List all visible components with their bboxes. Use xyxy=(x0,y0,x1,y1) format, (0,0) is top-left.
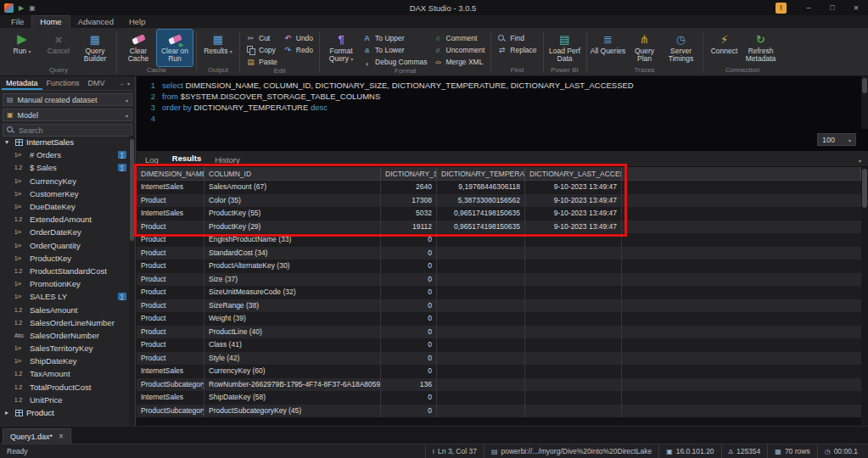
tree-column-productstandardcost[interactable]: 1.2ProductStandardCost xyxy=(0,265,129,277)
table-row[interactable]: ProductProductKey (29)191120,96517419815… xyxy=(137,221,861,234)
collapse-pane-icon[interactable] xyxy=(119,80,126,87)
table-row[interactable]: InternetSalesSalesAmount (67)26409,19768… xyxy=(137,181,861,194)
tree-column-salesterritorykey[interactable]: 1²³SalesTerritoryKey xyxy=(0,342,129,355)
menu-tab-help[interactable]: Help xyxy=(121,16,154,28)
find-button[interactable]: Find xyxy=(495,33,539,43)
results-tab-log[interactable]: Log xyxy=(145,151,159,166)
tree-column-unitprice[interactable]: 1.2UnitPrice xyxy=(0,394,129,406)
tree-column-currencykey[interactable]: 1²³CurrencyKey xyxy=(0,175,129,187)
pane-menu-icon[interactable] xyxy=(126,80,132,87)
all-queries-button[interactable]: All Queries xyxy=(591,30,626,66)
clear-on-run-button[interactable]: Clear on Run xyxy=(157,30,193,66)
table-row[interactable]: ProductClass (41)0 xyxy=(137,338,861,352)
to-lower-button[interactable]: To Lower xyxy=(360,45,429,55)
column-header-dictionary-size[interactable]: DICTIONARY_SIZE xyxy=(381,167,437,180)
redo-button[interactable]: Redo xyxy=(281,45,316,55)
sidebar-tab-metadata[interactable]: Metadata xyxy=(2,76,42,90)
clear-cache-button[interactable]: Clear Cache xyxy=(120,30,156,66)
copy-button[interactable]: Copy xyxy=(244,45,280,55)
query-plan-button[interactable]: Query Plan xyxy=(627,30,663,66)
undo-button[interactable]: Undo xyxy=(281,33,316,43)
tree-table-product[interactable]: ▸Product xyxy=(0,406,129,419)
notification-icon[interactable] xyxy=(776,3,787,14)
sidebar-tab-functions[interactable]: Functions xyxy=(42,76,84,90)
menu-tab-home[interactable]: Home xyxy=(31,15,70,28)
quick-save-icon[interactable] xyxy=(29,3,36,13)
replace-button[interactable]: Replace xyxy=(495,45,539,55)
run-button[interactable]: Run xyxy=(4,30,40,66)
table-row[interactable]: ProductWeight (39)0 xyxy=(137,312,861,326)
dataset-selector[interactable]: Manual created dataset xyxy=(3,93,132,106)
tree-column-salesamount[interactable]: 1.2SalesAmount xyxy=(0,303,129,316)
server-timings-button[interactable]: Server Timings xyxy=(664,30,699,66)
tree-column-totalproductcost[interactable]: 1.2TotalProductCost xyxy=(0,381,129,394)
tree-column-extendedamount[interactable]: 1.2ExtendedAmount xyxy=(0,213,129,226)
table-row[interactable]: InternetSalesCurrencyKey (60)0 xyxy=(137,365,861,378)
table-row[interactable]: InternetSalesProductKey (55)50320,965174… xyxy=(137,207,861,221)
format-query-button[interactable]: Format Query xyxy=(323,30,359,67)
sidebar-tab-dmv[interactable]: DMV xyxy=(84,76,109,90)
table-row[interactable]: ProductSizeRange (38)0 xyxy=(137,299,861,313)
column-header-dimension-name[interactable]: DIMENSION_NAME xyxy=(137,167,204,180)
load-perf-data-button[interactable]: Load Perf Data xyxy=(547,30,583,66)
code-area[interactable]: select DIMENSION_NAME, COLUMN_ID, DICTIO… xyxy=(162,80,851,124)
cancel-button[interactable]: Cancel xyxy=(41,30,76,66)
search-box[interactable] xyxy=(3,124,132,137)
refresh-metadata-button[interactable]: Refresh Metadata xyxy=(743,30,779,66)
query-builder-button[interactable]: Query Builder xyxy=(77,30,113,66)
tree-column-sales[interactable]: 1.2$ Sales xyxy=(0,161,129,174)
maximize-button[interactable] xyxy=(820,0,844,15)
table-row[interactable]: InternetSalesShipDateKey (58)0 xyxy=(137,391,861,405)
menu-tab-advanced[interactable]: Advanced xyxy=(70,16,121,28)
tree-table-internetsales[interactable]: ▾InternetSales xyxy=(0,136,129,148)
table-row[interactable]: ProductProductAlternateKey (30)0 xyxy=(137,260,861,273)
connect-button[interactable]: Connect xyxy=(707,30,742,66)
tree-column-customerkey[interactable]: 1²³CustomerKey xyxy=(0,187,129,200)
editor-scrollbar[interactable] xyxy=(861,76,868,129)
results-scrollbar[interactable] xyxy=(861,167,868,426)
table-row[interactable]: ProductSize (37)0 xyxy=(137,273,861,287)
row-limit-dropdown[interactable]: 100 xyxy=(817,133,856,146)
sidebar-scrollbar[interactable] xyxy=(129,136,135,426)
close-tab-icon[interactable] xyxy=(59,432,64,441)
document-tab-query1[interactable]: Query1.dax* xyxy=(3,428,71,444)
query-editor[interactable]: 1234 select DIMENSION_NAME, COLUMN_ID, D… xyxy=(137,76,868,151)
quick-run-icon[interactable] xyxy=(19,3,24,13)
column-header-dictionary-last-accessed[interactable]: DICTIONARY_LAST_ACCESSED xyxy=(525,167,622,180)
table-row[interactable]: ProductStyle (42)0 xyxy=(137,352,861,366)
model-selector[interactable]: Model xyxy=(3,109,132,121)
close-button[interactable] xyxy=(844,0,868,15)
results-output-button[interactable]: Results xyxy=(200,30,236,66)
table-row[interactable]: ProductProductLine (40)0 xyxy=(137,326,861,339)
paste-button[interactable]: Paste xyxy=(244,57,280,67)
tree-column-productkey[interactable]: 1²³ProductKey xyxy=(0,252,129,265)
tree-column-orders[interactable]: 1²³# Orders xyxy=(0,148,129,161)
table-row[interactable]: ProductColor (35)173085,387330801565629-… xyxy=(137,194,861,208)
menu-tab-file[interactable]: File xyxy=(3,16,31,28)
tree-column-salesorderlinenumber[interactable]: 1.2SalesOrderLineNumber xyxy=(0,316,129,329)
to-upper-button[interactable]: To Upper xyxy=(360,33,429,43)
table-row[interactable]: ProductSizeUnitMeasureCode (32)0 xyxy=(137,286,861,299)
results-grid[interactable]: DIMENSION_NAMECOLUMN_IDDICTIONARY_SIZEDI… xyxy=(137,167,861,426)
uncomment-button[interactable]: Uncomment xyxy=(431,45,488,55)
results-tab-results[interactable]: Results xyxy=(172,151,201,166)
panel-menu-icon[interactable] xyxy=(859,151,861,166)
results-tab-history[interactable]: History xyxy=(215,151,240,166)
table-row[interactable]: ProductSubcategoryRowNumber-2662979B-179… xyxy=(137,378,861,392)
metadata-tree[interactable]: ▾InternetSales1²³# Orders1.2$ Sales1²³Cu… xyxy=(0,136,129,426)
column-header-dictionary-temperature[interactable]: DICTIONARY_TEMPERATURE xyxy=(437,167,525,180)
table-row[interactable]: ProductEnglishProductName (33)0 xyxy=(137,233,861,247)
table-row[interactable]: ProductSubcategoryProductSubcategoryKey … xyxy=(137,405,861,418)
tree-column-orderquantity[interactable]: 1²³OrderQuantity xyxy=(0,239,129,252)
table-row[interactable]: ProductStandardCost (34)0 xyxy=(137,247,861,260)
titlebar[interactable]: DAX Studio - 3.0.5 xyxy=(0,0,868,15)
tree-column-taxamount[interactable]: 1.2TaxAmount xyxy=(0,367,129,380)
merge-xml-button[interactable]: Merge XML xyxy=(431,57,488,67)
debug-commas-button[interactable]: Debug Commas xyxy=(360,57,429,67)
column-header-column-id[interactable]: COLUMN_ID xyxy=(204,167,381,180)
search-input[interactable] xyxy=(19,126,128,135)
tree-column-salesordernumber[interactable]: AbcSalesOrderNumber xyxy=(0,329,129,342)
tree-column-promotionkey[interactable]: 1²³PromotionKey xyxy=(0,277,129,290)
tree-column-shipdatekey[interactable]: 1²³ShipDateKey xyxy=(0,355,129,367)
tree-column-duedatekey[interactable]: 1²³DueDateKey xyxy=(0,200,129,213)
